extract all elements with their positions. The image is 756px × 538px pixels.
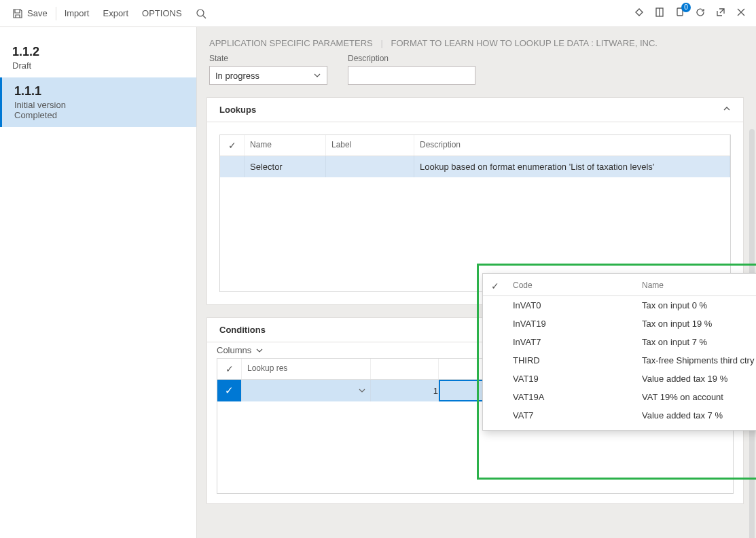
toolbar-separator [56,7,56,20]
popup-row-code: VAT19 [507,370,636,388]
state-field: State In progress [209,54,327,85]
popup-row-code: THIRD [507,351,636,370]
sidebar-item-title: 1.1.1 [14,84,184,98]
popup-row[interactable]: VAT7Value added tax 7 % [483,406,756,425]
row-desc: Lookup based on format enumeration 'List… [414,156,730,177]
check-header: ✓ [217,359,242,379]
popup-row-code: InVAT7 [507,333,636,351]
toolbar-right: 0 [634,7,746,20]
popup-row-name: Value added tax 7 % [636,406,756,425]
desc-header[interactable]: Description [414,135,730,156]
sidebar-item-sub: Draft [12,60,184,71]
notification-badge: 0 [681,3,691,12]
chevron-down-icon [358,387,366,395]
export-label: Export [103,8,128,18]
lookups-grid: ✓ Name Label Description Selector Lookup… [219,134,731,292]
row-name: Selector [245,156,326,177]
popup-header: ✓ Code Name [483,279,756,296]
sidebar-item-sub: Initial version Completed [14,100,184,120]
line-value: 1 [371,380,439,401]
check-header: ✓ [220,135,245,156]
refresh-icon[interactable] [695,7,706,20]
save-label: Save [27,8,48,18]
sidebar-item-version-111[interactable]: 1.1.1 Initial version Completed [0,77,196,127]
svg-point-0 [197,10,204,16]
line-header[interactable] [371,359,439,379]
description-field: Description [348,54,475,85]
state-label: State [209,54,327,63]
state-select[interactable]: In progress [209,66,327,85]
row-check [483,351,507,370]
search-icon [196,8,206,19]
save-icon [12,8,23,19]
popup-code-header[interactable]: Code [507,279,636,293]
row-check [483,370,507,388]
lookups-grid-header: ✓ Name Label Description [220,135,730,156]
popup-row[interactable]: InVAT7Tax on input 7 % [483,333,756,351]
conditions-title: Conditions [219,325,266,335]
chevron-down-icon [255,346,264,355]
state-value: In progress [215,71,259,81]
description-label: Description [348,54,475,63]
popup-row-name: Tax-free Shipments third ctry [636,351,756,370]
popup-name-header[interactable]: Name [636,279,756,293]
popup-row-name: Tax on input 7 % [636,333,756,351]
popup-row-name: Value added tax 19 % [636,370,756,388]
row-check [483,388,507,406]
popup-row-code: VAT7 [507,406,636,425]
label-header[interactable]: Label [326,135,414,156]
popup-row[interactable]: VAT19AVAT 19% on account [483,388,756,406]
breadcrumb-a: APPLICATION SPECIFIC PARAMETERS [209,38,373,48]
popup-row-name: Tax on input 0 % [636,296,756,315]
row-check [483,406,507,425]
row-check [483,296,507,315]
popup-row-code: VAT19A [507,388,636,406]
options-label: OPTIONS [142,8,182,18]
popup-row[interactable]: THIRDTax-free Shipments third ctry [483,351,756,370]
office-icon[interactable] [654,7,665,20]
popup-row-code: InVAT0 [507,296,636,315]
popup-row-name: Tax on input 19 % [636,315,756,333]
sidebar-item-title: 1.1.2 [12,45,184,59]
import-label: Import [65,8,90,18]
popout-icon[interactable] [715,7,726,20]
name-header[interactable]: Name [245,135,326,156]
breadcrumb: APPLICATION SPECIFIC PARAMETERS | FORMAT… [209,38,744,48]
columns-button[interactable]: Columns [217,345,251,355]
popup-row[interactable]: InVAT19Tax on input 19 % [483,315,756,333]
notification-icon[interactable]: 0 [674,7,685,20]
main-panel: APPLICATION SPECIFIC PARAMETERS | FORMAT… [197,27,756,538]
chevron-down-icon [313,71,321,79]
row-label [326,156,414,177]
options-button[interactable]: OPTIONS [135,0,189,26]
lookups-header[interactable]: Lookups [207,98,743,122]
code-dropdown-popup: ✓ Code Name InVAT0Tax on input 0 %InVAT1… [482,273,756,431]
popup-row-code: InVAT19 [507,315,636,333]
row-check [220,156,245,177]
save-button[interactable]: Save [5,0,54,26]
lookups-row[interactable]: Selector Lookup based on format enumerat… [220,156,730,177]
attach-icon[interactable] [634,7,645,20]
lookup-result-select[interactable] [242,380,370,401]
search-button[interactable] [189,0,213,26]
close-icon[interactable] [736,7,746,20]
breadcrumb-b: FORMAT TO LEARN HOW TO LOOKUP LE DATA : … [391,38,657,48]
export-button[interactable]: Export [96,0,135,26]
row-check [483,315,507,333]
sidebar: 1.1.2 Draft 1.1.1 Initial version Comple… [0,27,197,538]
row-check [483,333,507,351]
sidebar-item-version-112[interactable]: 1.1.2 Draft [0,38,196,77]
toolbar: Save Import Export OPTIONS 0 [0,0,756,27]
chevron-up-icon [723,105,731,115]
popup-row[interactable]: VAT19Value added tax 19 % [483,370,756,388]
description-input[interactable] [348,66,475,85]
check-header: ✓ [483,279,507,293]
popup-row-name: VAT 19% on account [636,388,756,406]
row-selected-icon: ✓ [217,380,242,401]
import-button[interactable]: Import [58,0,96,26]
lookup-result-header[interactable]: Lookup res [242,359,371,379]
lookups-title: Lookups [219,105,256,115]
popup-row[interactable]: InVAT0Tax on input 0 % [483,296,756,315]
